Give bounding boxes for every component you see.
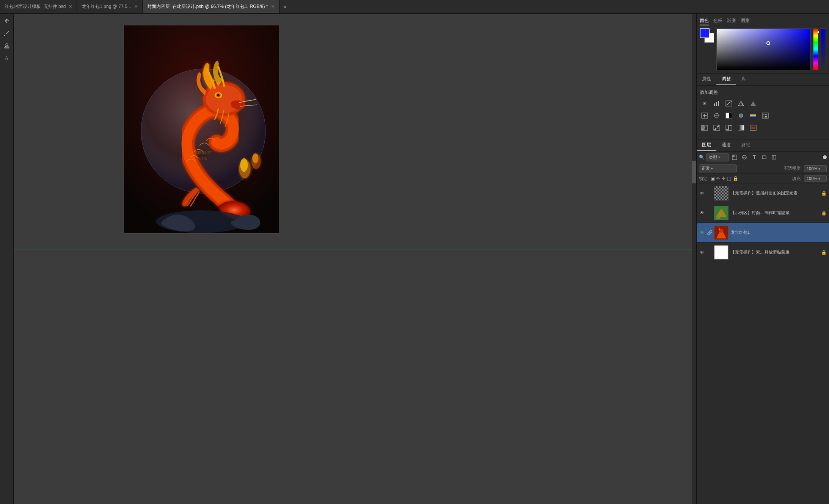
svg-point-17 [252, 153, 258, 163]
tab-channels[interactable]: 通道 [716, 139, 736, 151]
tab-gradient[interactable]: 渐变 [727, 17, 736, 25]
fill-value[interactable]: 100% ▾ [804, 175, 827, 182]
canvas-scrollbar[interactable] [692, 14, 696, 504]
tool-type[interactable]: A [2, 52, 12, 63]
tab-properties[interactable]: 属性 [697, 74, 716, 85]
layer-item-0[interactable]: 👁 【无需操作】遮挡封面图的固定元素 🔒 [697, 183, 829, 203]
layer-2-link[interactable]: 🔗 [707, 230, 712, 236]
svg-rect-20 [716, 102, 717, 106]
canvas-area[interactable]: 封面内容层设计区 示例内容展示区域 [14, 14, 696, 504]
layer-1-visibility[interactable]: 👁 [699, 210, 705, 216]
color-gradient-picker[interactable] [716, 28, 811, 70]
layer-0-visibility[interactable]: 👁 [699, 190, 705, 196]
adj-curves[interactable] [724, 99, 734, 108]
layer-0-name: 【无需操作】遮挡封面图的固定元素 [731, 190, 819, 196]
tab-paths[interactable]: 路径 [736, 139, 756, 151]
adj-color-lookup[interactable] [760, 111, 770, 120]
tab-1[interactable]: 红包封面设计模板_无挂件.psd ✕ [0, 0, 77, 13]
canvas-scrollbar-thumb[interactable] [692, 161, 696, 183]
adj-channel-mixer[interactable] [748, 111, 758, 120]
guide-line-horizontal [14, 249, 696, 249]
tab-1-label: 红包封面设计模板_无挂件.psd [5, 3, 66, 10]
layer-filter-adjust[interactable] [740, 153, 749, 161]
adj-photo-filter[interactable] [736, 111, 746, 120]
adj-gradient-map[interactable] [736, 123, 746, 132]
adj-icons-row-3 [700, 123, 826, 132]
tab-color[interactable]: 颜色 [700, 17, 709, 25]
svg-rect-42 [763, 116, 765, 117]
svg-point-13 [217, 94, 220, 96]
blend-mode-value: 正常 [702, 166, 710, 171]
lock-move[interactable]: ✛ [722, 176, 725, 181]
layer-filter-shape[interactable] [760, 153, 768, 161]
lock-transparency[interactable]: ▣ [711, 176, 715, 181]
adj-levels[interactable] [712, 99, 722, 108]
right-panel: 颜色 色板 渐变 图案 [696, 14, 829, 504]
filter-arrow: ▾ [718, 155, 720, 159]
adj-icons-row-2 [700, 111, 826, 120]
color-picker-area [700, 28, 826, 70]
layer-item-1[interactable]: 👁 示例 【示例区】封面....制作时需隐藏 🔒 [697, 203, 829, 223]
adj-threshold[interactable] [724, 123, 734, 132]
color-gradient-inner [717, 29, 810, 70]
lock-all[interactable]: 🔒 [733, 176, 738, 181]
tool-stamp[interactable] [2, 40, 12, 51]
svg-text:A: A [5, 55, 8, 61]
tab-2[interactable]: 龙年红包1.png @ 77.5... ✕ [77, 0, 142, 13]
layer-0-link [707, 190, 712, 196]
adj-brightness[interactable]: ☀ [700, 99, 710, 108]
opacity-arrow: ▾ [818, 167, 820, 171]
layer-filter-smart[interactable] [770, 153, 778, 161]
canvas-inner: 封面内容层设计区 示例内容展示区域 [124, 25, 279, 233]
tab-3[interactable]: 封面内容层_在此层设计.psb @ 66.7% (龙年红包1, RGB/8) *… [143, 0, 279, 13]
blend-mode-select[interactable]: 正常 ▾ [699, 164, 737, 172]
layer-filter-text[interactable]: T [750, 153, 758, 161]
tab-2-close[interactable]: ✕ [134, 4, 138, 9]
tab-library[interactable]: 库 [736, 74, 751, 85]
adj-hue-sat[interactable] [700, 111, 710, 120]
tab-adjustments[interactable]: 调整 [716, 74, 736, 85]
tab-3-label: 封面内容层_在此层设计.psb @ 66.7% (龙年红包1, RGB/8) * [147, 3, 268, 10]
fg-bg-swatches[interactable] [700, 28, 714, 43]
blend-row: 正常 ▾ 不透明度: 100% ▾ [697, 163, 829, 174]
svg-rect-53 [733, 155, 735, 157]
fill-value-text: 100% [807, 176, 817, 181]
svg-rect-32 [729, 113, 732, 118]
adj-selective-color[interactable] [748, 123, 758, 132]
tool-move[interactable] [2, 16, 12, 27]
tab-pattern[interactable]: 图案 [741, 17, 750, 25]
lock-row: 锁定: ▣ ✏ ✛ ⬚ 🔒 填充: 100% ▾ [697, 174, 829, 183]
svg-rect-57 [772, 155, 776, 159]
layer-2-name: 龙年红包1 [731, 230, 827, 235]
foreground-color-swatch[interactable] [700, 28, 710, 38]
layer-filter-image[interactable] [730, 153, 739, 161]
lock-paint[interactable]: ✏ [716, 176, 720, 181]
opacity-strip[interactable] [821, 28, 826, 70]
tab-layers[interactable]: 图层 [697, 139, 716, 151]
tab-3-close[interactable]: ✕ [271, 4, 275, 9]
layer-item-2[interactable]: 👁 🔗 龙年红包1 [697, 223, 829, 243]
tab-swatches[interactable]: 色板 [713, 17, 722, 25]
hue-slider[interactable] [813, 28, 818, 70]
adj-color-balance[interactable] [712, 111, 722, 120]
tab-1-close[interactable]: ✕ [69, 4, 72, 9]
tool-brush[interactable] [2, 28, 12, 39]
color-picker-cursor [766, 41, 770, 45]
adj-bw[interactable] [724, 111, 734, 120]
adj-exposure[interactable] [736, 99, 746, 108]
layers-filter[interactable]: 类型 ▾ [706, 153, 729, 161]
layer-2-visibility[interactable]: 👁 [699, 230, 705, 236]
tab-overflow[interactable]: » [279, 3, 290, 10]
adj-posterize[interactable] [712, 123, 722, 132]
lock-artboard[interactable]: ⬚ [727, 176, 731, 181]
layer-2-thumbnail [714, 225, 729, 240]
opacity-value[interactable]: 100% ▾ [804, 165, 827, 172]
layers-section: 图层 通道 路径 🔍 类型 ▾ T [697, 139, 829, 504]
layer-item-3[interactable]: 👁 【无需操作】素....释放剪贴蒙版 🔒 [697, 243, 829, 262]
filter-enabled-indicator [823, 155, 827, 159]
adj-invert[interactable] [700, 123, 710, 132]
layer-3-link [707, 249, 712, 255]
adj-vibrance[interactable] [748, 99, 758, 108]
layer-list[interactable]: 👁 【无需操作】遮挡封面图的固定元素 🔒 👁 示例 [697, 183, 829, 504]
layer-3-visibility[interactable]: 👁 [699, 249, 705, 255]
